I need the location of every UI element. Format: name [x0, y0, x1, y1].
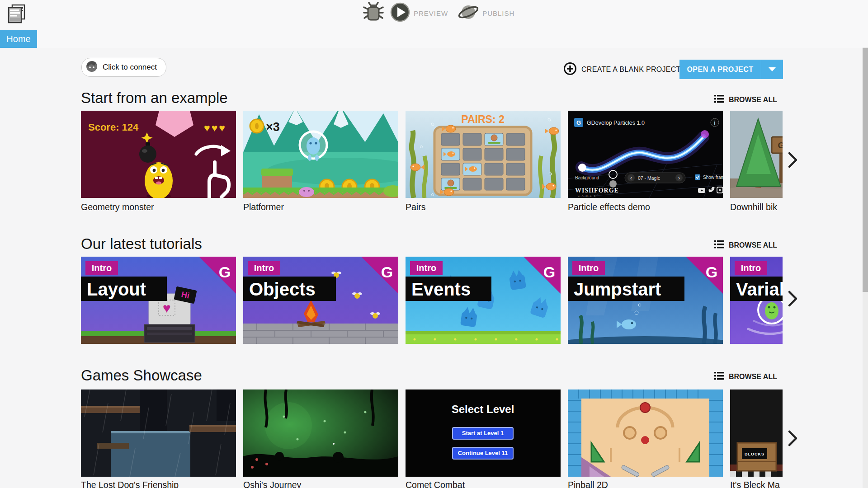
profile-icon	[85, 60, 98, 75]
tutorial-word: Variab	[736, 279, 783, 299]
coin-counter: ×3	[266, 120, 280, 134]
chevron-right-icon[interactable]	[786, 290, 799, 308]
continue-level-button: Continue Level 11	[458, 450, 508, 456]
list-icon	[714, 240, 724, 251]
browse-all-label: BROWSE ALL	[729, 241, 777, 249]
create-blank-project-button[interactable]: CREATE A BLANK PROJECT	[563, 61, 681, 78]
tab-home[interactable]: Home	[0, 30, 37, 48]
tutorial-card-variables[interactable]: +1 Variab Intro G	[730, 257, 783, 344]
showcase-title[interactable]: The Lost Dog's Frienship	[81, 480, 239, 488]
scrollbar-thumb[interactable]	[863, 48, 868, 292]
show-frame-label: Show frame	[703, 175, 723, 180]
showcase-title[interactable]: It's Bleck Ma	[730, 480, 783, 488]
prev-arrow: ‹	[630, 175, 632, 181]
showcase-title[interactable]: Pinball 2D	[568, 480, 726, 488]
open-project-label: OPEN A PROJECT	[679, 60, 761, 79]
wishforge-sub: G A M E S	[578, 194, 596, 197]
browse-all-showcase[interactable]: BROWSE ALL	[714, 371, 783, 383]
showcase-title[interactable]: Oshi's Journey	[243, 480, 401, 488]
tutorial-word: Layout	[87, 279, 146, 299]
particles-title: GDevelop Particles 1.0	[587, 120, 645, 126]
publish-planet-icon[interactable]	[458, 2, 479, 24]
browse-all-tutorials[interactable]: BROWSE ALL	[714, 239, 783, 251]
list-icon	[714, 371, 724, 382]
tutorial-card-objects[interactable]: Objects Intro G	[243, 257, 398, 344]
intro-badge: Intro	[92, 263, 112, 273]
showcase-card-bleck[interactable]: BLOCKS	[730, 389, 783, 477]
publish-button[interactable]: PUBLISH	[482, 9, 514, 17]
section-title-showcase: Games Showcase	[81, 367, 202, 384]
background-label: Background	[575, 175, 599, 180]
top-toolbar: PREVIEW PUBLISH Home	[0, 0, 868, 48]
example-card-platformer[interactable]: ×3	[243, 111, 398, 198]
preview-button[interactable]: PREVIEW	[414, 9, 448, 17]
blocks-sign: BLOCKS	[745, 452, 764, 456]
tutorial-card-jumpstart[interactable]: Jumpstart Intro G	[568, 257, 723, 344]
gdevelop-home-page: PREVIEW PUBLISH Home Click to connect	[0, 0, 868, 488]
intro-badge: Intro	[579, 263, 599, 273]
section-title-tutorials: Our latest tutorials	[81, 235, 202, 253]
showcase-card-lost-dog[interactable]	[81, 389, 236, 477]
wishforge-brand: WISHFORGE	[575, 187, 619, 194]
browse-all-label: BROWSE ALL	[729, 96, 777, 104]
tutorial-card-layout[interactable]: ♥ Hi Layout Intro G	[81, 257, 236, 344]
run-toolbar: PREVIEW PUBLISH	[363, 2, 514, 24]
tutorial-card-events[interactable]: Events Intro G	[406, 257, 561, 344]
example-card-particle-effects[interactable]: G GDevelop Particles 1.0 i Background ‹ …	[568, 111, 723, 198]
gdevelop-logo: G	[381, 263, 393, 281]
open-project-dropdown[interactable]	[761, 60, 783, 79]
preset-label: 07 - Magic	[638, 175, 660, 181]
info-icon: i	[714, 120, 715, 126]
gdevelop-logo: G	[219, 263, 231, 281]
list-icon	[714, 94, 724, 105]
chevron-right-icon[interactable]	[786, 151, 799, 169]
connect-label: Click to connect	[103, 63, 157, 72]
example-card-geometry-monster[interactable]: Score: 124 ♥♥♥	[81, 111, 236, 198]
intro-badge: Intro	[741, 263, 761, 273]
next-arrow: ›	[678, 175, 680, 181]
open-project-button[interactable]: OPEN A PROJECT	[679, 60, 783, 79]
preview-icon[interactable]	[390, 2, 410, 24]
example-card-pairs[interactable]: PAIRS: 2	[406, 111, 561, 198]
start-level-button: Start at Level 1	[462, 430, 504, 436]
showcase-carousel: Select Level Start at Level 1 Continue L…	[81, 389, 783, 477]
example-title[interactable]: Downhill bik	[730, 202, 783, 212]
example-title[interactable]: Particle effects demo	[568, 202, 726, 212]
section-title-examples: Start from an example	[81, 89, 228, 107]
examples-carousel: Score: 124 ♥♥♥	[81, 111, 783, 198]
plus-icon	[563, 62, 577, 77]
sign-letter: G	[778, 141, 783, 150]
showcase-card-oshi[interactable]	[243, 389, 398, 477]
hearts: ♥♥♥	[204, 122, 226, 134]
tutorials-carousel: ♥ Hi Layout Intro G	[81, 257, 783, 344]
showcase-card-pinball[interactable]	[568, 389, 723, 477]
tutorial-word: Objects	[249, 279, 316, 299]
showcase-card-comet-combat[interactable]: Select Level Start at Level 1 Continue L…	[406, 389, 561, 477]
example-title[interactable]: Geometry monster	[81, 202, 239, 212]
gdevelop-logo: G	[543, 263, 555, 281]
project-manager-icon[interactable]	[6, 4, 26, 24]
intro-badge: Intro	[416, 263, 436, 273]
chevron-right-icon[interactable]	[786, 429, 799, 447]
svg-text:♥: ♥	[163, 300, 171, 315]
showcase-title[interactable]: Comet Combat	[406, 480, 564, 488]
select-level-heading: Select Level	[452, 403, 514, 415]
caret-down-icon	[769, 67, 776, 71]
gd-logo: G	[576, 119, 581, 126]
example-card-downhill[interactable]: G	[730, 111, 783, 198]
tutorial-word: Events	[411, 279, 471, 299]
example-title[interactable]: Pairs	[406, 202, 564, 212]
example-title[interactable]: Platformer	[243, 202, 401, 212]
tab-home-label: Home	[6, 34, 30, 44]
pairs-counter: PAIRS: 2	[461, 113, 504, 125]
tutorial-word: Jumpstart	[574, 279, 661, 299]
debug-icon[interactable]	[363, 2, 384, 24]
connect-button[interactable]: Click to connect	[81, 58, 166, 77]
intro-badge: Intro	[254, 263, 274, 273]
browse-all-label: BROWSE ALL	[729, 373, 777, 381]
gdevelop-logo: G	[706, 263, 717, 281]
browse-all-examples[interactable]: BROWSE ALL	[714, 94, 783, 106]
create-blank-label: CREATE A BLANK PROJECT	[581, 66, 681, 74]
score-text: Score: 124	[88, 122, 139, 133]
